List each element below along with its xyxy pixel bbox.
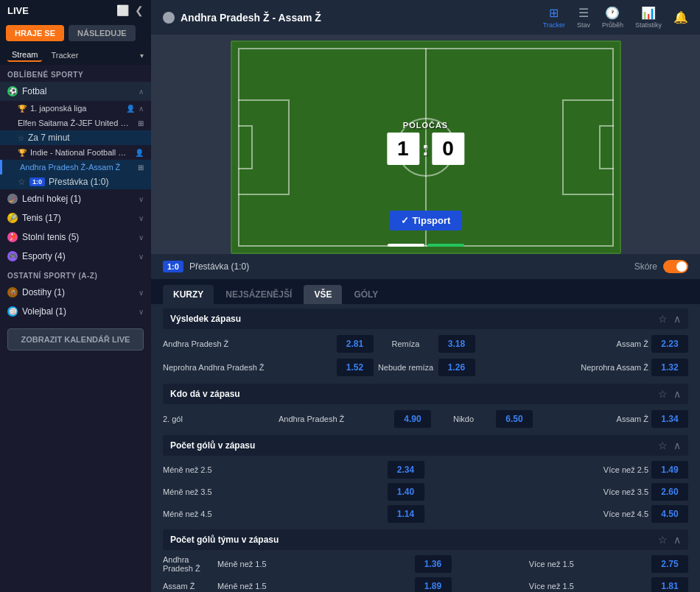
tg-over-odds-2[interactable]: 1.81 <box>651 577 688 592</box>
under-label-2: Méně než 3.5 <box>163 487 385 496</box>
tg-under-odds-1[interactable]: 1.36 <box>415 555 452 573</box>
sport-item-volejbal[interactable]: 🏐 Volejbal (1) ∨ <box>0 302 151 321</box>
under-odds-2[interactable]: 1.40 <box>388 483 424 501</box>
sidebar-item-andhra[interactable]: Andhra Pradesh Ž-Assam Ž ⊞ <box>0 160 151 175</box>
prubeh-nav-item[interactable]: 🕐 Průběh <box>602 6 623 29</box>
vysledek-draw-odds[interactable]: 3.18 <box>438 335 475 353</box>
tab-hraje-se[interactable]: HRAJE SE <box>6 25 64 41</box>
japonska-arrow-icon: ∧ <box>139 105 144 113</box>
kdoda-title: Kdo dá v zápasu <box>170 389 240 399</box>
tracker-nav-label: Tracker <box>543 21 565 29</box>
collapse-icon[interactable]: ❮ <box>135 4 144 16</box>
live-badge: LIVE <box>7 5 29 16</box>
sport-item-esporty[interactable]: 🎮 Esporty (4) ∨ <box>0 247 151 266</box>
statistiky-nav-item[interactable]: 📊 Statistiky <box>635 6 662 29</box>
sport-tenis-label: Tenis (17) <box>22 213 134 223</box>
over-odds-2[interactable]: 2.60 <box>651 483 688 501</box>
tracker-tab[interactable]: Tracker <box>46 49 83 61</box>
sport-item-dostihy[interactable]: 🏇 Dostihy (1) ∨ <box>0 283 151 302</box>
sport-item-tenis[interactable]: 🎾 Tenis (17) ∨ <box>0 208 151 228</box>
andhra-score-pill: 1:0 <box>29 177 45 186</box>
over-label-1: Více než 2.5 <box>427 465 649 474</box>
kdoda-row: 2. gól Andhra Pradesh Ž 4.90 Nikdo 6.50 … <box>163 407 688 431</box>
main-content: Andhra Pradesh Ž - Assam Ž ⊞ Tracker ☰ S… <box>151 0 700 592</box>
vysledek-actions: ☆ ∧ <box>658 313 681 325</box>
goal-left <box>238 125 253 169</box>
under-odds-3[interactable]: 1.14 <box>388 505 424 523</box>
field-container: POLOČAS 1 : 0 ✓ Tipsport <box>151 35 700 254</box>
kdoda-away-odds[interactable]: 1.34 <box>651 410 688 428</box>
kdoda-nikdo-odds[interactable]: 6.50 <box>496 410 533 428</box>
neprohra-away-odds[interactable]: 1.32 <box>651 359 688 376</box>
tab-kurzy[interactable]: KURZY <box>163 285 214 304</box>
vysledek-neprohra-row: Neprohra Andhra Pradesh Ž 1.52 Nebude re… <box>163 356 688 379</box>
tg-over-label-1: Více než 1.5 <box>455 560 649 568</box>
stav-nav-label: Stav <box>577 21 590 29</box>
sport-volejbal-label: Volejbal (1) <box>22 306 134 317</box>
elfen-match-label: Elfen Saitama Ž-JEF United Chib... <box>18 119 134 127</box>
volejbal-icon: 🏐 <box>7 306 18 317</box>
stream-tab[interactable]: Stream <box>7 49 42 62</box>
sport-item-hokej[interactable]: 🏒 Lední hokej (1) ∨ <box>0 189 151 208</box>
tg-over-label-2: Více než 1.5 <box>455 582 649 591</box>
sidebar-item-elfen[interactable]: Elfen Saitama Ž-JEF United Chib... ⊞ <box>0 116 151 130</box>
kdoda-row-label: 2. gól <box>163 415 276 423</box>
sidebar-item-japonska-liga[interactable]: 🏆 1. japonská liga 👤 ∧ <box>0 101 151 116</box>
tg-team-2: Assam Ž <box>163 582 214 591</box>
vysledek-section-header: Výsledek zápasu ☆ ∧ <box>163 309 688 329</box>
sport-esporty-label: Esporty (4) <box>22 251 134 261</box>
over-label-3: Více než 4.5 <box>427 510 649 518</box>
tab-vse[interactable]: VŠE <box>304 285 342 304</box>
kdoda-nikdo-label: Nikdo <box>434 415 493 423</box>
under-odds-1[interactable]: 2.34 <box>388 461 424 479</box>
vysledek-collapse-icon[interactable]: ∧ <box>673 313 681 325</box>
tg-under-odds-2[interactable]: 1.89 <box>415 577 452 592</box>
tg-under-label-1: Méně než 1.5 <box>217 560 412 568</box>
header-icons: ⊞ Tracker ☰ Stav 🕐 Průběh 📊 Statistiky 🔔 <box>543 6 688 29</box>
pocetgolutymu-collapse-icon[interactable]: ∧ <box>673 534 681 546</box>
toggle-dot <box>676 261 687 272</box>
tab-goly[interactable]: GÓLY <box>343 285 388 304</box>
kdoda-star-icon[interactable]: ☆ <box>658 388 668 400</box>
sport-item-stolni[interactable]: 🏓 Stolní tenis (5) ∨ <box>0 228 151 247</box>
tracker-nav-item[interactable]: ⊞ Tracker <box>543 6 565 29</box>
score-toggle[interactable] <box>663 260 688 273</box>
indie-liga-label: Indie - National Football Cha... <box>30 148 131 157</box>
over-odds-1[interactable]: 1.49 <box>651 461 688 479</box>
pocetgolu-actions: ☆ ∧ <box>658 440 681 451</box>
over-label-2: Více než 3.5 <box>427 487 649 496</box>
sport-item-fotbal[interactable]: ⚽ Fotbal ∧ <box>0 82 151 101</box>
score-home: 1 <box>387 133 419 165</box>
tracker-nav-icon: ⊞ <box>549 6 559 20</box>
over-odds-3[interactable]: 4.50 <box>651 505 688 523</box>
sidebar-item-indie-liga[interactable]: 🏆 Indie - National Football Cha... 👤 <box>0 145 151 160</box>
vysledek-home-odds[interactable]: 2.81 <box>337 335 374 353</box>
pocetgolu-collapse-icon[interactable]: ∧ <box>673 440 681 451</box>
stav-nav-item[interactable]: ☰ Stav <box>577 6 590 29</box>
under-label-3: Méně než 4.5 <box>163 510 385 518</box>
team-goals-row-2: Assam Ž Méně než 1.5 1.89 Více než 1.5 1… <box>163 575 688 592</box>
pocetgolu-row-1: Méně než 2.5 2.34 Více než 2.5 1.49 <box>163 459 688 481</box>
kdoda-home-odds[interactable]: 4.90 <box>394 410 431 428</box>
chevron-down-icon[interactable]: ▾ <box>140 52 144 60</box>
vysledek-away-odds[interactable]: 2.23 <box>651 335 688 353</box>
ostatni-title: OSTATNÍ SPORTY (A-Z) <box>0 266 151 283</box>
neprohra-home-odds[interactable]: 1.52 <box>337 359 374 376</box>
calendar-button[interactable]: ZOBRAZIT KALENDÁŘ LIVE <box>7 328 144 350</box>
oblibene-title: OBLÍBENÉ SPORTY <box>0 65 151 82</box>
elfen-time: Za 7 minut <box>28 133 70 143</box>
sport-stolni-label: Stolní tenis (5) <box>22 232 134 242</box>
window-icon[interactable]: ⬜ <box>116 4 129 16</box>
tab-nasleduje[interactable]: NÁSLEDUJE <box>69 25 136 41</box>
kdoda-home-label: Andhra Pradesh Ž <box>279 415 391 423</box>
score-display: 1 : 0 <box>387 133 464 165</box>
bell-nav-item[interactable]: 🔔 <box>673 10 688 24</box>
kdoda-collapse-icon[interactable]: ∧ <box>673 388 681 400</box>
nebude-remiza-odds[interactable]: 1.26 <box>438 359 475 376</box>
pocetgolu-star-icon[interactable]: ☆ <box>658 440 668 451</box>
pocetgolutymu-star-icon[interactable]: ☆ <box>658 534 668 546</box>
vysledek-star-icon[interactable]: ☆ <box>658 313 668 325</box>
tg-over-odds-1[interactable]: 2.75 <box>651 555 688 573</box>
prubeh-nav-icon: 🕐 <box>605 6 620 20</box>
tab-nejsaznejsi[interactable]: NEJSÁZENĚJŠÍ <box>215 285 302 304</box>
